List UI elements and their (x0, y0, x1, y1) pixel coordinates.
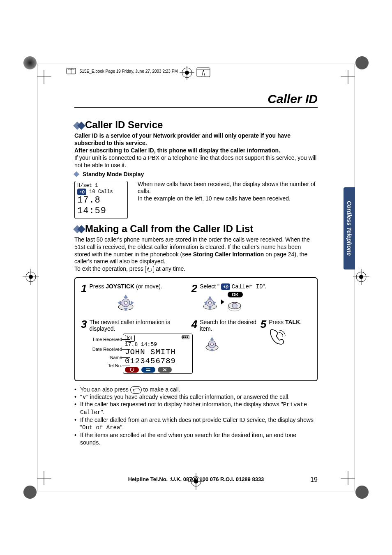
lcd-name-row: JOHN SMITH (125, 348, 191, 357)
step5-text-b: TALK (285, 319, 300, 325)
step-number: 3 (81, 319, 87, 332)
steps-box: 1 Press JOYSTICK (or move). 2 (74, 277, 318, 381)
talk-handset-icon (269, 327, 288, 348)
section1-body: Caller ID is a service of your Network p… (74, 132, 318, 169)
book-header: 515E_E.book Page 19 Friday, June 27, 200… (66, 67, 318, 76)
bullet-icon: • (74, 432, 80, 447)
svg-rect-50 (146, 370, 150, 371)
caller-id-list-icon (221, 283, 230, 290)
section1-p1: Caller ID is a service of your Network p… (74, 132, 291, 146)
lcd-tel-row: 0123456789 (125, 357, 191, 366)
caller-id-list-icon (77, 189, 86, 195)
section-heading-text: Caller ID Service (85, 119, 163, 131)
lcd-label-date: Date Received (81, 345, 122, 353)
lcd-caller-display: 17.8 14:59 JOHN SMITH 0123456789 (123, 334, 193, 374)
svg-point-9 (355, 486, 369, 499)
bullet3-a: If the caller has requested not to displ… (80, 401, 283, 408)
bullet-icon: • (74, 386, 80, 394)
svg-point-37 (124, 301, 127, 304)
lcd-date-row: 17.8 14:59 (125, 342, 191, 348)
section1-p3: If your unit is connected to a PBX or a … (74, 154, 316, 168)
standby-p2: In the example on the left, 10 new calls… (138, 195, 291, 202)
svg-rect-48 (187, 336, 188, 338)
standby-p1: When new calls have been received, the d… (138, 181, 316, 195)
section-heading-making-call: Making a Call from the Caller ID List (74, 223, 318, 235)
page-footer: Helpline Tel.No. :U.K. 08700 100 076 R.O… (74, 476, 318, 484)
section2-exit-b: at any time. (156, 265, 185, 272)
bullet-icon: • (74, 394, 80, 401)
softkey-delete-icon (158, 367, 172, 373)
section2-pb: Storing Caller Information (193, 251, 264, 258)
standby-subhead-text: Standby Mode Display (83, 171, 144, 177)
arrow-right-icon (220, 298, 226, 306)
book-icon (66, 67, 76, 76)
svg-rect-47 (185, 336, 186, 338)
page-title: Caller ID (74, 92, 318, 106)
lcd-label-name: Name (81, 353, 122, 362)
svg-point-0 (23, 56, 37, 69)
lcd-label-time: Time Received (81, 334, 122, 345)
registration-mark-icon (353, 269, 369, 287)
lcd-line-big: 17.8 14:59 (77, 195, 125, 217)
bullet3-b: ". (101, 409, 104, 415)
ok-softkey-icon: OK (228, 292, 243, 297)
section2-exit-a: To exit the operation, press (74, 265, 145, 272)
diamond-bullet-icon (74, 223, 83, 235)
step2-text-a: Select " (200, 283, 219, 290)
handset-key-icon (130, 386, 142, 394)
diamond-bullet-icon (74, 171, 79, 177)
step2-text-b: Caller ID (232, 283, 263, 290)
softkey-back-icon (125, 367, 139, 373)
bullet-icon: • (74, 417, 80, 432)
svg-rect-46 (183, 336, 184, 338)
section-heading-caller-id-service: Caller ID Service (74, 119, 318, 131)
bullet2: "∨" indicates you have already viewed th… (80, 394, 290, 401)
lcd-standby-display: H/set 1 10 Calls 17.8 14:59 (74, 181, 128, 219)
registration-mark-icon (23, 269, 39, 287)
step3-text: The newest caller information is display… (89, 319, 191, 332)
section2-body: The last 50 caller's phone numbers are s… (74, 236, 318, 273)
book-header-text: 515E_E.book Page 19 Friday, June 27, 200… (80, 69, 178, 74)
joystick-center-icon (227, 299, 242, 312)
joystick-direction-icon (200, 292, 220, 311)
lcd-line: 10 Calls (77, 189, 125, 195)
bullet-icon: • (74, 401, 80, 417)
standby-subhead: Standby Mode Display (74, 171, 318, 177)
joystick-direction-icon (114, 291, 137, 312)
standby-paragraphs: When new calls have been received, the d… (138, 181, 318, 203)
section-heading-text: Making a Call from the Caller ID List (85, 223, 253, 235)
helpline-text: Helpline Tel.No. :U.K. 08700 100 076 R.O… (91, 476, 301, 484)
page-title-row: Caller ID (74, 92, 318, 108)
power-off-key-icon (145, 266, 154, 273)
svg-rect-49 (146, 368, 150, 369)
page-frame: Cordless Telephone 515E_E.book Page 19 F… (37, 64, 355, 491)
bullet1-b: to make a call. (143, 386, 180, 393)
section-tab: Cordless Telephone (344, 187, 355, 269)
svg-point-53 (211, 343, 214, 345)
step1-text-b: JOYSTICK (106, 283, 134, 290)
svg-point-6 (23, 486, 37, 499)
step2-text-c: ". (263, 283, 266, 290)
bullet4-code: Out of Area (82, 424, 120, 431)
lcd-line: H/set 1 (77, 183, 125, 189)
step5-text-c: . (300, 319, 302, 325)
step4-text: Search for the desired item. (200, 319, 261, 332)
bullet5: If the items are scrolled at the end whe… (80, 432, 318, 447)
lcd-label-tel: Tel No. (81, 362, 122, 370)
step-number: 1 (81, 283, 87, 294)
section1-p2: After subscribing to Caller ID, this pho… (74, 147, 280, 154)
step5-text-a: Press (269, 319, 285, 325)
notes-list: • You can also press to make a call. • "… (74, 386, 318, 447)
battery-icon (182, 335, 191, 342)
antenna-signal-icon (125, 335, 135, 342)
step-number: 2 (191, 283, 197, 294)
step1-text-a: Press (89, 283, 106, 290)
svg-rect-45 (182, 336, 182, 338)
svg-point-43 (232, 303, 237, 308)
bullet4-b: ". (120, 424, 124, 431)
page-number: 19 (301, 476, 318, 484)
svg-point-40 (209, 301, 212, 304)
softkey-menu-icon (141, 367, 155, 373)
step-number: 4 (191, 319, 197, 329)
bullet1-a: You can also press (80, 386, 130, 393)
